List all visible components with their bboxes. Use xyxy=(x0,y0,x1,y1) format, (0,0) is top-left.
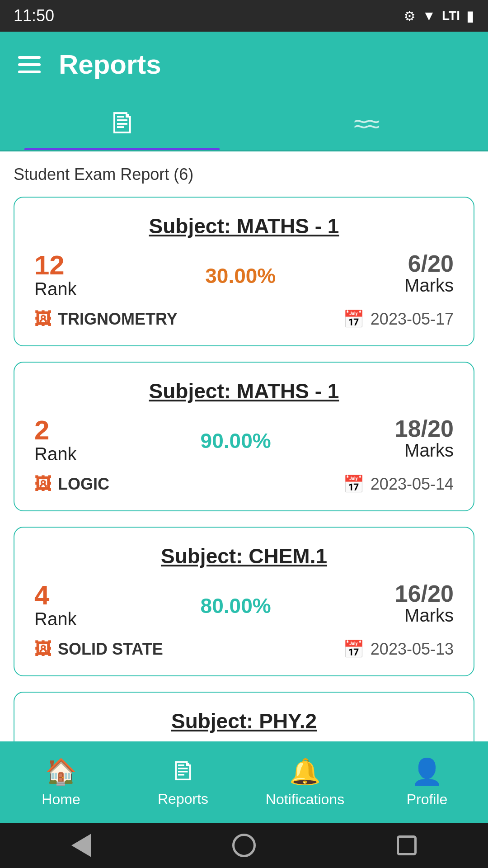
topic-icon-1: 🖼 xyxy=(34,475,52,494)
nav-home-label: Home xyxy=(42,791,80,808)
card-2-marks-block: 16/20 Marks xyxy=(395,582,454,626)
card-1-stats: 2 Rank 90.00% 18/20 Marks xyxy=(34,417,454,464)
card-1-date: 📅 2023-05-14 xyxy=(343,474,454,494)
system-nav xyxy=(0,823,488,868)
card-0-marks-block: 6/20 Marks xyxy=(404,252,454,296)
notifications-icon: 🔔 xyxy=(289,757,321,787)
card-2-date-value: 2023-05-13 xyxy=(371,640,454,659)
card-2-meta: 🖼 SOLID STATE 📅 2023-05-13 xyxy=(34,639,454,659)
wifi-icon: ▼ xyxy=(422,8,436,24)
card-0-topic-label: TRIGNOMETRY xyxy=(58,310,178,329)
date-icon-0: 📅 xyxy=(343,309,364,329)
doc-icon: 🖹 xyxy=(108,108,136,140)
report-card-2: Subject: CHEM.1 4 Rank 80.00% 16/20 Mark… xyxy=(14,527,474,676)
status-time: 11:50 xyxy=(14,6,54,25)
nav-reports-label: Reports xyxy=(158,791,208,807)
content-area: Student Exam Report (6) Subject: MATHS -… xyxy=(0,151,488,741)
card-1-meta: 🖼 LOGIC 📅 2023-05-14 xyxy=(34,474,454,494)
card-2-stats: 4 Rank 80.00% 16/20 Marks xyxy=(34,582,454,629)
card-1-marks-value: 18/20 xyxy=(395,417,454,440)
nav-profile[interactable]: 👤 Profile xyxy=(366,741,488,823)
card-1-percent: 90.00% xyxy=(201,429,271,453)
card-2-date: 📅 2023-05-13 xyxy=(343,639,454,659)
card-0-stats: 12 Rank 30.00% 6/20 Marks xyxy=(34,252,454,299)
report-card-0: Subject: MATHS - 1 12 Rank 30.00% 6/20 M… xyxy=(14,197,474,346)
card-1-date-value: 2023-05-14 xyxy=(371,475,454,494)
card-0-subject: Subject: MATHS - 1 xyxy=(34,214,454,238)
nav-reports[interactable]: 🖹 Reports xyxy=(122,741,244,823)
section-title: Student Exam Report (6) xyxy=(14,165,474,184)
date-icon-1: 📅 xyxy=(343,474,364,494)
tab-reports-doc[interactable]: 🖹 xyxy=(0,97,244,150)
card-0-percent: 30.00% xyxy=(205,264,276,288)
nav-home[interactable]: 🏠 Home xyxy=(0,741,122,823)
card-0-rank-block: 12 Rank xyxy=(34,252,76,299)
tab-bar: 🖹 ≈≈ xyxy=(0,97,488,151)
nav-notifications-label: Notifications xyxy=(266,791,344,808)
tab-reports-trend[interactable]: ≈≈ xyxy=(244,97,488,150)
signal-label: LTI xyxy=(442,9,460,23)
partial-card-subject: Subject: PHY.2 xyxy=(34,709,454,733)
card-2-marks-value: 16/20 xyxy=(395,582,454,605)
reports-icon: 🖹 xyxy=(170,757,196,786)
card-2-topic: 🖼 SOLID STATE xyxy=(34,640,163,659)
page-title: Reports xyxy=(59,49,161,80)
back-icon xyxy=(71,834,91,857)
card-2-rank-block: 4 Rank xyxy=(34,582,76,629)
card-0-marks-value: 6/20 xyxy=(408,252,454,275)
hamburger-button[interactable] xyxy=(18,56,41,73)
card-0-rank-label: Rank xyxy=(34,279,76,299)
card-1-marks-label: Marks xyxy=(404,440,454,461)
card-1-marks-block: 18/20 Marks xyxy=(395,417,454,461)
home-button[interactable] xyxy=(230,832,258,859)
card-1-topic-label: LOGIC xyxy=(58,475,109,494)
back-button[interactable] xyxy=(68,832,95,859)
card-2-rank-number: 4 xyxy=(34,582,49,609)
card-1-subject: Subject: MATHS - 1 xyxy=(34,379,454,403)
app-header: Reports xyxy=(0,32,488,97)
card-2-rank-label: Rank xyxy=(34,609,76,629)
card-1-topic: 🖼 LOGIC xyxy=(34,475,109,494)
card-2-subject: Subject: CHEM.1 xyxy=(34,544,454,568)
status-icons: ⚙ ▼ LTI ▮ xyxy=(404,7,474,24)
recent-icon xyxy=(397,835,417,855)
card-1-rank-number: 2 xyxy=(34,417,49,444)
card-2-percent: 80.00% xyxy=(201,594,271,618)
status-bar: 11:50 ⚙ ▼ LTI ▮ xyxy=(0,0,488,32)
battery-icon: ▮ xyxy=(466,7,474,24)
report-card-partial: Subject: PHY.2 xyxy=(14,692,474,741)
recent-button[interactable] xyxy=(393,832,420,859)
home-sys-icon xyxy=(232,834,256,857)
card-0-meta: 🖼 TRIGNOMETRY 📅 2023-05-17 xyxy=(34,309,454,329)
topic-icon-2: 🖼 xyxy=(34,640,52,659)
nav-profile-label: Profile xyxy=(407,791,448,808)
bottom-nav: 🏠 Home 🖹 Reports 🔔 Notifications 👤 Profi… xyxy=(0,741,488,823)
settings-icon: ⚙ xyxy=(404,8,416,24)
home-icon: 🏠 xyxy=(45,757,77,787)
card-2-topic-label: SOLID STATE xyxy=(58,640,163,659)
card-0-topic: 🖼 TRIGNOMETRY xyxy=(34,310,178,329)
card-0-date-value: 2023-05-17 xyxy=(371,310,454,329)
card-0-rank-number: 12 xyxy=(34,252,65,279)
card-1-rank-label: Rank xyxy=(34,444,76,464)
card-0-date: 📅 2023-05-17 xyxy=(343,309,454,329)
nav-notifications[interactable]: 🔔 Notifications xyxy=(244,741,366,823)
profile-icon: 👤 xyxy=(411,757,443,787)
report-card-1: Subject: MATHS - 1 2 Rank 90.00% 18/20 M… xyxy=(14,362,474,511)
topic-icon-0: 🖼 xyxy=(34,310,52,329)
card-0-marks-label: Marks xyxy=(404,275,454,296)
card-2-marks-label: Marks xyxy=(404,605,454,626)
card-1-rank-block: 2 Rank xyxy=(34,417,76,464)
trend-icon: ≈≈ xyxy=(354,109,378,138)
date-icon-2: 📅 xyxy=(343,639,364,659)
